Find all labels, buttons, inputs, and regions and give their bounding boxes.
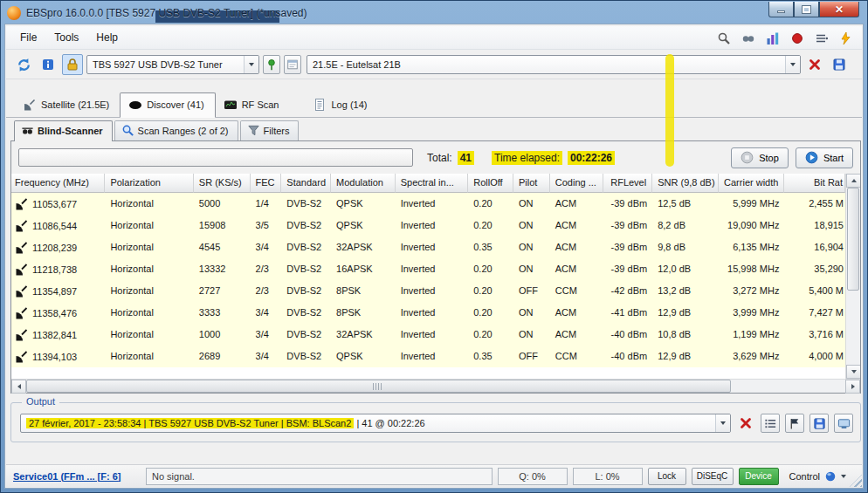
cell-rolloff: 0.35: [468, 346, 513, 367]
column-header-rflevel[interactable]: RFLevel: [603, 174, 652, 193]
vertical-scrollbar[interactable]: [845, 174, 860, 379]
cell-snr: 12,0 dB: [652, 258, 719, 280]
column-header-polarization[interactable]: Polarization: [105, 174, 193, 193]
save-button[interactable]: [829, 54, 850, 75]
tab-scan-ranges[interactable]: Scan Ranges (2 of 2): [114, 120, 238, 140]
menu-help[interactable]: Help: [87, 27, 127, 48]
search-button[interactable]: [715, 30, 733, 47]
cell-rflevel: -39 dBm: [603, 258, 652, 280]
column-header-fec[interactable]: FEC: [251, 174, 282, 193]
chevron-down-icon: [841, 475, 846, 478]
table-row[interactable]: 11086,544 Horizontal 15908 3/5 DVB-S2 QP…: [11, 215, 845, 236]
cell-frequency: 11394,103: [11, 346, 105, 367]
scroll-right-button[interactable]: [845, 380, 860, 394]
binoculars-button[interactable]: [740, 30, 757, 47]
tab-discover[interactable]: Discover (41): [120, 92, 215, 118]
service-link[interactable]: Service01 (FFm ... [F: 6]: [13, 471, 141, 482]
horizontal-scroll-thumb[interactable]: [26, 380, 731, 393]
table-row[interactable]: 11354,897 Horizontal 2727 2/3 DVB-S2 8PS…: [11, 280, 845, 302]
quality-indicator: Q: 0%: [498, 468, 568, 485]
pin-tuner-button[interactable]: [263, 55, 280, 74]
column-header-bitrate[interactable]: Bit Rat: [784, 174, 845, 193]
control-sphere-icon: [824, 470, 837, 483]
stop-button[interactable]: Stop: [731, 147, 789, 168]
table-row[interactable]: 11053,677 Horizontal 5000 1/4 DVB-S2 QPS…: [11, 193, 845, 215]
table-row[interactable]: 11382,841 Horizontal 1000 3/4 DVB-S2 32A…: [11, 324, 845, 346]
tab-blind-scanner-label: Blind-Scanner: [38, 126, 103, 136]
column-header-coding[interactable]: Coding ...: [550, 174, 604, 193]
column-header-pilot[interactable]: Pilot: [513, 174, 550, 193]
satellite-select[interactable]: 21.5E - Eutelsat 21B: [307, 55, 801, 74]
tab-filters[interactable]: Filters: [240, 120, 300, 140]
cell-bitrate: 35,290: [784, 258, 845, 280]
column-header-rolloff[interactable]: RollOff: [468, 174, 513, 193]
flag-button[interactable]: [785, 414, 804, 433]
scroll-left-button[interactable]: [11, 380, 26, 394]
control-menu[interactable]: Control: [784, 470, 846, 483]
cell-standard: DVB-S2: [281, 236, 331, 258]
column-header-carrier-width[interactable]: Carrier width: [719, 174, 785, 193]
info-icon: [41, 58, 55, 72]
maximize-button[interactable]: [794, 2, 819, 17]
cell-sr: 2689: [194, 346, 251, 367]
menubar: File Tools Help: [6, 26, 862, 50]
tab-rf-scan[interactable]: RF Scan: [216, 93, 290, 117]
output-list-button[interactable]: [761, 414, 780, 433]
horizontal-scroll-track[interactable]: [26, 380, 845, 393]
cell-fec: 2/3: [251, 258, 282, 280]
column-header-standard[interactable]: Standard: [281, 174, 331, 193]
menu-file[interactable]: File: [11, 27, 45, 48]
vertical-scroll-track[interactable]: [846, 188, 860, 365]
output-select[interactable]: 27 février, 2017 - 23:58:34 | TBS 5927 U…: [20, 414, 731, 433]
lock-status-button[interactable]: Lock: [648, 468, 686, 485]
horizontal-scrollbar[interactable]: [11, 379, 860, 393]
tab-log[interactable]: Log (14): [305, 93, 377, 117]
playlist-button[interactable]: [813, 30, 830, 47]
column-header-frequency[interactable]: Frequency (MHz): [11, 174, 105, 193]
quick-actions-button[interactable]: [837, 30, 855, 47]
delete-output-button[interactable]: [736, 414, 755, 433]
table-row[interactable]: 11394,103 Horizontal 2689 3/4 DVB-S2 QPS…: [11, 346, 845, 367]
table-row[interactable]: 11358,476 Horizontal 3333 3/4 DVB-S2 8PS…: [11, 302, 845, 324]
scroll-up-button[interactable]: [846, 174, 860, 188]
close-button[interactable]: ✕: [819, 2, 859, 17]
info-button[interactable]: [38, 54, 59, 75]
delete-satellite-button[interactable]: [804, 54, 825, 75]
output-device-button[interactable]: [834, 414, 853, 433]
cell-snr: 12,9 dB: [652, 302, 719, 324]
minimize-button[interactable]: [768, 2, 794, 17]
chart-button[interactable]: [764, 30, 782, 47]
cell-pilot: ON: [513, 236, 550, 258]
table-row[interactable]: 11218,738 Horizontal 13332 2/3 DVB-S2 16…: [11, 258, 845, 280]
titlebar[interactable]: EBSpro 16.0.0.0 [TBS 5927 USB DVB-S2 Tun…: [2, 2, 866, 24]
record-button[interactable]: [789, 30, 806, 47]
device-button[interactable]: Device: [739, 468, 779, 485]
lock-tuner-button[interactable]: [62, 54, 83, 75]
output-select-arrow[interactable]: [715, 414, 730, 432]
elapsed-label: Time elapsed:: [492, 151, 562, 165]
tuner-properties-button[interactable]: [284, 55, 301, 74]
start-button[interactable]: Start: [796, 147, 853, 168]
chevron-down-icon: [790, 63, 796, 66]
satellite-select-arrow[interactable]: [785, 56, 800, 73]
save-output-button[interactable]: [809, 414, 829, 433]
scroll-down-button[interactable]: [846, 365, 860, 379]
tuner-select-arrow[interactable]: [244, 56, 258, 73]
cell-rolloff: 0.20: [468, 258, 513, 280]
cell-rolloff: 0.20: [468, 193, 513, 215]
column-header-sr[interactable]: SR (KS/s): [194, 174, 251, 193]
column-header-snr[interactable]: SNR (9,8 dB): [652, 174, 719, 193]
tuner-select[interactable]: TBS 5927 USB DVB-S2 Tuner: [86, 55, 259, 74]
cell-standard: DVB-S2: [281, 215, 331, 236]
table-row[interactable]: 11208,239 Horizontal 4545 3/4 DVB-S2 32A…: [11, 236, 845, 258]
cell-bitrate: 4,000 M: [784, 346, 845, 367]
menu-tools[interactable]: Tools: [45, 27, 87, 48]
tab-satellite[interactable]: Satellite (21.5E): [15, 93, 120, 117]
column-header-modulation[interactable]: Modulation: [331, 174, 396, 193]
vertical-scroll-thumb[interactable]: [847, 188, 859, 291]
tab-blind-scanner[interactable]: Blind-Scanner: [14, 120, 113, 141]
refresh-button[interactable]: [13, 54, 34, 75]
diseqc-button[interactable]: DiSEqC: [692, 468, 734, 485]
cell-modulation: 32APSK: [331, 236, 396, 258]
column-header-spectral[interactable]: Spectral in...: [396, 174, 469, 193]
